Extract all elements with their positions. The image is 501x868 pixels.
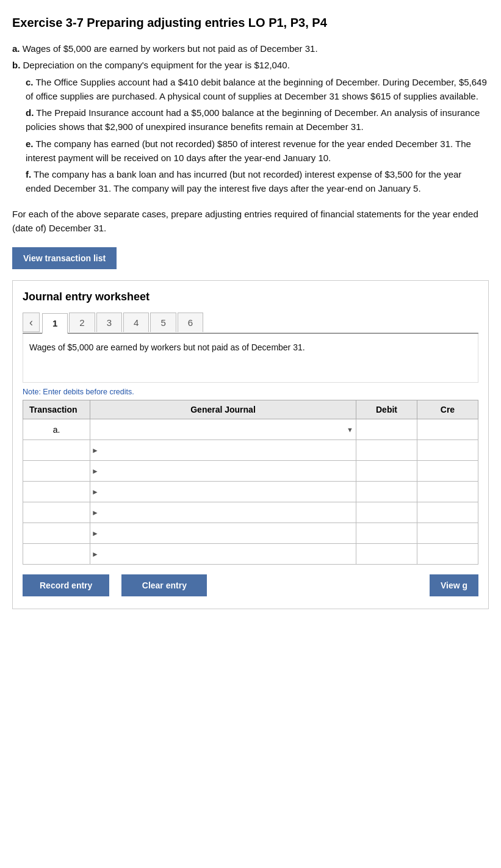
- table-row: ►: [23, 502, 478, 523]
- journal-input-6[interactable]: [94, 544, 352, 564]
- transaction-cell-1: [23, 440, 90, 461]
- tab-6[interactable]: 6: [178, 313, 203, 332]
- journal-cell-5[interactable]: ►: [90, 523, 356, 544]
- transaction-cell-6: [23, 544, 90, 565]
- journal-cell-4[interactable]: ►: [90, 502, 356, 523]
- debit-cell-6[interactable]: [356, 544, 417, 565]
- tab-3[interactable]: 3: [96, 313, 122, 332]
- journal-cell-3[interactable]: ►: [90, 482, 356, 502]
- indent-arrow-4: ►: [92, 508, 99, 517]
- journal-input-0[interactable]: [94, 419, 352, 439]
- debit-cell-5[interactable]: [356, 523, 417, 544]
- credit-cell-2[interactable]: [417, 461, 478, 482]
- journal-input-1[interactable]: [94, 440, 352, 460]
- journal-table: Transaction General Journal Debit Cre a.…: [23, 400, 478, 565]
- worksheet-title: Journal entry worksheet: [23, 291, 478, 303]
- tab-5[interactable]: 5: [150, 313, 176, 332]
- page: Exercise 3-7 Preparing adjusting entries…: [0, 0, 501, 868]
- page-title: Exercise 3-7 Preparing adjusting entries…: [12, 15, 489, 31]
- worksheet-container: Journal entry worksheet ‹ 1 2 3 4 5 6 Wa…: [12, 280, 489, 609]
- journal-input-5[interactable]: [94, 523, 352, 543]
- journal-cell-1[interactable]: ►: [90, 440, 356, 461]
- problem-a: a. Wages of $5,000 are earned by workers…: [12, 42, 489, 56]
- indent-arrow-2: ►: [92, 467, 99, 476]
- instruction-text: For each of the above separate cases, pr…: [12, 207, 489, 236]
- problem-text: a. Wages of $5,000 are earned by workers…: [12, 42, 489, 196]
- credit-input-6[interactable]: [421, 544, 474, 564]
- credit-cell-0[interactable]: [417, 419, 478, 440]
- indent-arrow-6: ►: [92, 550, 99, 559]
- debit-input-5[interactable]: [360, 523, 413, 543]
- journal-input-2[interactable]: [94, 461, 352, 481]
- tab-navigation: ‹ 1 2 3 4 5 6: [23, 312, 478, 334]
- debit-input-6[interactable]: [360, 544, 413, 564]
- credit-input-1[interactable]: [421, 440, 474, 460]
- table-row: ►: [23, 461, 478, 482]
- entry-description: Wages of $5,000 are earned by workers bu…: [23, 334, 478, 383]
- credit-input-3[interactable]: [421, 482, 474, 502]
- indent-arrow-5: ►: [92, 529, 99, 538]
- debit-cell-1[interactable]: [356, 440, 417, 461]
- debit-input-4[interactable]: [360, 502, 413, 523]
- debit-input-2[interactable]: [360, 461, 413, 481]
- problem-b: b. Depreciation on the company's equipme…: [12, 58, 489, 72]
- transaction-cell-5: [23, 523, 90, 544]
- credit-cell-6[interactable]: [417, 544, 478, 565]
- debit-cell-4[interactable]: [356, 502, 417, 523]
- credit-cell-3[interactable]: [417, 482, 478, 502]
- note-text: Note: Enter debits before credits.: [23, 388, 478, 396]
- indent-arrow-1: ►: [92, 446, 99, 455]
- journal-input-4[interactable]: [94, 502, 352, 523]
- table-row: ►: [23, 523, 478, 544]
- problem-f: f. The company has a bank loan and has i…: [12, 167, 489, 196]
- journal-cell-6[interactable]: ►: [90, 544, 356, 565]
- credit-input-0[interactable]: [421, 419, 474, 439]
- transaction-cell-2: [23, 461, 90, 482]
- credit-cell-5[interactable]: [417, 523, 478, 544]
- debit-input-3[interactable]: [360, 482, 413, 502]
- debit-cell-0[interactable]: [356, 419, 417, 440]
- transaction-cell-3: [23, 482, 90, 502]
- clear-entry-button[interactable]: Clear entry: [121, 574, 207, 596]
- tab-2[interactable]: 2: [69, 313, 95, 332]
- debit-cell-2[interactable]: [356, 461, 417, 482]
- tab-prev-arrow[interactable]: ‹: [23, 313, 40, 332]
- col-header-debit: Debit: [356, 400, 417, 419]
- credit-cell-4[interactable]: [417, 502, 478, 523]
- problem-c: c. The Office Supplies account had a $41…: [12, 75, 489, 104]
- view-general-button[interactable]: View g: [430, 574, 478, 596]
- table-row: a. ▼: [23, 419, 478, 440]
- indent-arrow-3: ►: [92, 488, 99, 496]
- credit-cell-1[interactable]: [417, 440, 478, 461]
- journal-input-3[interactable]: [94, 482, 352, 502]
- journal-cell-0[interactable]: ▼: [90, 419, 356, 440]
- col-header-transaction: Transaction: [23, 400, 90, 419]
- col-header-credit: Cre: [417, 400, 478, 419]
- debit-input-1[interactable]: [360, 440, 413, 460]
- dropdown-arrow-0: ▼: [347, 426, 353, 433]
- view-transactions-button[interactable]: View transaction list: [12, 247, 117, 269]
- problem-d: d. The Prepaid Insurance account had a $…: [12, 106, 489, 134]
- record-entry-button[interactable]: Record entry: [23, 574, 109, 596]
- debit-input-0[interactable]: [360, 419, 413, 439]
- table-row: ►: [23, 482, 478, 502]
- table-row: ►: [23, 544, 478, 565]
- tab-4[interactable]: 4: [123, 313, 149, 332]
- tab-1[interactable]: 1: [42, 313, 68, 334]
- transaction-cell-0: a.: [23, 419, 90, 440]
- debit-cell-3[interactable]: [356, 482, 417, 502]
- problem-e: e. The company has earned (but not recor…: [12, 137, 489, 165]
- journal-cell-2[interactable]: ►: [90, 461, 356, 482]
- credit-input-2[interactable]: [421, 461, 474, 481]
- col-header-general-journal: General Journal: [90, 400, 356, 419]
- bottom-buttons: Record entry Clear entry View g: [23, 574, 478, 596]
- transaction-cell-4: [23, 502, 90, 523]
- credit-input-4[interactable]: [421, 502, 474, 523]
- table-row: ►: [23, 440, 478, 461]
- credit-input-5[interactable]: [421, 523, 474, 543]
